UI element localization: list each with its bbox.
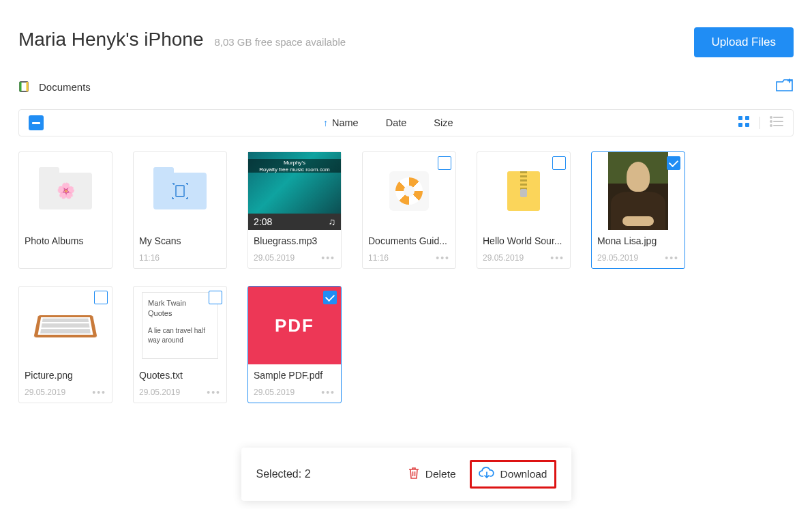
sort-by-size[interactable]: Size bbox=[434, 117, 453, 128]
thumbnail: Murphy'sRoyalty free music room.com2:08♫ bbox=[248, 152, 341, 230]
more-icon[interactable]: ••• bbox=[665, 253, 679, 263]
file-name: Quotes.txt bbox=[139, 370, 221, 381]
breadcrumb: Documents bbox=[0, 78, 812, 96]
upload-files-button[interactable]: Upload Files bbox=[694, 27, 794, 57]
more-icon[interactable]: ••• bbox=[321, 388, 335, 397]
arrow-up-icon: ↑ bbox=[323, 117, 328, 128]
svg-rect-10 bbox=[176, 186, 184, 197]
svg-rect-2 bbox=[738, 123, 742, 127]
file-name: Bluegrass.mp3 bbox=[254, 235, 335, 246]
file-date: 29.05.2019 bbox=[254, 253, 295, 263]
file-date: 29.05.2019 bbox=[139, 388, 180, 397]
file-card[interactable]: My Scans11:16 bbox=[133, 151, 227, 269]
more-icon[interactable]: ••• bbox=[436, 253, 450, 263]
thumbnail: PDF bbox=[248, 287, 341, 364]
item-checkbox[interactable] bbox=[94, 291, 108, 304]
file-grid: 🌸Photo AlbumsMy Scans11:16Murphy'sRoyalt… bbox=[0, 136, 812, 418]
thumbnail bbox=[19, 287, 112, 364]
select-all-checkbox[interactable] bbox=[29, 115, 44, 130]
list-toolbar: ↑ Name Date Size bbox=[18, 109, 794, 136]
delete-button[interactable]: Delete bbox=[408, 466, 456, 482]
file-date: 29.05.2019 bbox=[254, 388, 295, 397]
svg-point-4 bbox=[770, 117, 772, 118]
file-name: Mona Lisa.jpg bbox=[597, 235, 679, 246]
svg-point-8 bbox=[770, 125, 772, 126]
breadcrumb-label[interactable]: Documents bbox=[39, 81, 91, 93]
file-name: Sample PDF.pdf bbox=[254, 370, 335, 381]
file-name: Hello World Sour... bbox=[483, 235, 565, 246]
sort-by-name[interactable]: ↑ Name bbox=[323, 117, 359, 128]
more-icon[interactable]: ••• bbox=[321, 253, 335, 263]
file-card[interactable]: Documents Guid...11:16••• bbox=[362, 151, 456, 269]
sort-name-label: Name bbox=[332, 117, 359, 128]
download-highlight: Download bbox=[470, 460, 556, 489]
header: Maria Henyk's iPhone 8,03 GB free space … bbox=[0, 0, 812, 78]
list-view-icon[interactable] bbox=[770, 116, 783, 130]
svg-point-6 bbox=[770, 121, 772, 122]
file-name: My Scans bbox=[139, 235, 221, 246]
trash-icon bbox=[408, 466, 420, 482]
file-card[interactable]: Picture.png29.05.2019••• bbox=[18, 286, 112, 403]
file-name: Picture.png bbox=[25, 370, 106, 381]
file-date: 29.05.2019 bbox=[483, 253, 524, 263]
delete-label: Delete bbox=[425, 468, 456, 480]
selected-count: Selected: 2 bbox=[256, 468, 311, 480]
file-card[interactable]: Hello World Sour...29.05.2019••• bbox=[477, 151, 571, 269]
svg-rect-3 bbox=[745, 123, 749, 127]
more-icon[interactable]: ••• bbox=[550, 253, 565, 263]
page-title: Maria Henyk's iPhone bbox=[18, 29, 203, 50]
documents-app-icon bbox=[18, 81, 31, 93]
thumbnail bbox=[134, 152, 226, 230]
file-name: Documents Guid... bbox=[368, 235, 450, 246]
thumbnail: 🌸 bbox=[19, 152, 112, 230]
selection-action-bar: Selected: 2 Delete Download bbox=[241, 448, 571, 501]
more-icon[interactable]: ••• bbox=[92, 388, 106, 397]
item-checkbox[interactable] bbox=[323, 291, 337, 304]
thumbnail: Mark Twain QuotesA lie can travel half w… bbox=[134, 287, 226, 364]
file-card[interactable]: Mark Twain QuotesA lie can travel half w… bbox=[133, 286, 227, 403]
grid-view-icon[interactable] bbox=[738, 115, 750, 130]
file-date: 29.05.2019 bbox=[25, 388, 65, 397]
svg-rect-0 bbox=[738, 116, 742, 120]
thumbnail bbox=[477, 152, 570, 230]
item-checkbox[interactable] bbox=[438, 156, 451, 170]
item-checkbox[interactable] bbox=[667, 156, 680, 170]
divider bbox=[760, 117, 760, 129]
file-date: 11:16 bbox=[139, 253, 160, 263]
file-date: 29.05.2019 bbox=[597, 253, 638, 263]
sort-by-date[interactable]: Date bbox=[386, 117, 407, 128]
download-label: Download bbox=[500, 468, 547, 480]
item-checkbox[interactable] bbox=[209, 291, 222, 304]
file-card[interactable]: Murphy'sRoyalty free music room.com2:08♫… bbox=[247, 151, 342, 269]
file-card[interactable]: PDFSample PDF.pdf29.05.2019••• bbox=[247, 286, 342, 403]
new-folder-icon[interactable] bbox=[776, 78, 794, 96]
file-card[interactable]: 🌸Photo Albums bbox=[18, 151, 112, 269]
file-card[interactable]: Mona Lisa.jpg29.05.2019••• bbox=[591, 151, 685, 269]
thumbnail bbox=[592, 152, 685, 230]
svg-rect-1 bbox=[745, 116, 749, 120]
cloud-download-icon bbox=[479, 466, 495, 482]
thumbnail bbox=[363, 152, 455, 230]
more-icon[interactable]: ••• bbox=[207, 388, 221, 397]
download-button[interactable]: Download bbox=[479, 466, 547, 482]
item-checkbox[interactable] bbox=[552, 156, 566, 170]
file-date: 11:16 bbox=[368, 253, 389, 263]
file-name: Photo Albums bbox=[25, 235, 106, 246]
free-space-label: 8,03 GB free space available bbox=[214, 36, 346, 48]
